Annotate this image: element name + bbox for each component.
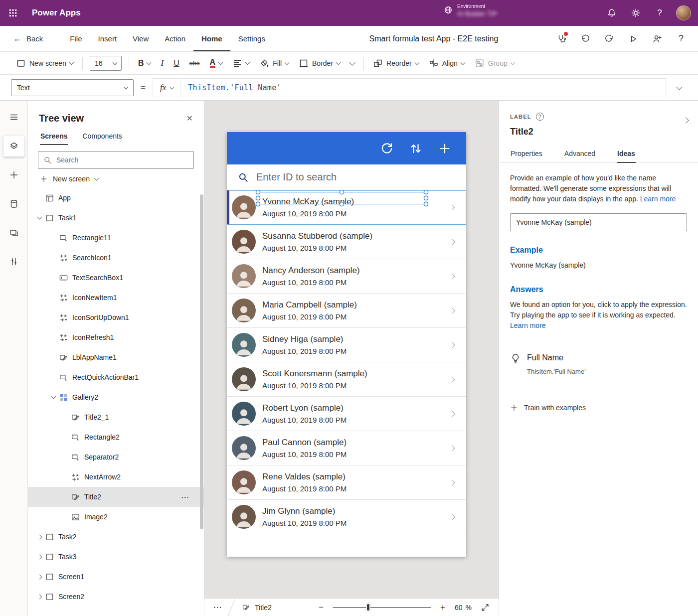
tree-item-screen1[interactable]: Screen1 (28, 567, 204, 587)
align-button[interactable]: Align (424, 54, 470, 72)
italic-button[interactable]: I (156, 54, 169, 72)
redo-button[interactable] (598, 28, 620, 50)
preview-app-button[interactable] (622, 28, 644, 50)
advanced-tools-rail-button[interactable] (3, 251, 24, 272)
collapse-rail-button[interactable] (3, 107, 24, 128)
tree-scrollbar[interactable] (200, 194, 203, 529)
undo-button[interactable] (574, 28, 596, 50)
tab-screens[interactable]: Screens (40, 128, 68, 145)
chevron-right-icon[interactable] (449, 273, 455, 280)
expand-chevron[interactable] (48, 392, 59, 403)
menu-item-insert[interactable]: Insert (90, 26, 125, 51)
tree-item-task1[interactable]: Task1 (28, 208, 204, 228)
selected-control-indicator[interactable]: Title2 (242, 603, 272, 612)
gallery-item[interactable]: Paul Cannon (sample)August 10, 2019 8:00… (227, 431, 466, 465)
tree-item-rectangle2[interactable]: Rectangle2 (28, 427, 204, 447)
chevron-right-icon[interactable] (449, 204, 455, 211)
chevron-right-icon[interactable] (449, 479, 455, 486)
bold-button[interactable]: B (133, 54, 156, 72)
more-button[interactable]: ⋯ (204, 602, 231, 613)
help-button[interactable]: ? (649, 2, 670, 23)
refresh-icon[interactable] (380, 142, 393, 155)
chevron-right-icon[interactable] (449, 445, 455, 452)
chevron-right-icon[interactable] (449, 342, 455, 348)
tree-item-screen2[interactable]: Screen2 (28, 587, 204, 607)
strikethrough-button[interactable]: abc (184, 54, 205, 72)
tree-new-screen-button[interactable]: New screen (28, 169, 204, 187)
learn-more-link[interactable]: Learn more (510, 321, 546, 329)
tree-item-gallery2[interactable]: Gallery2 (28, 387, 204, 407)
tree-item-iconsortupdown1[interactable]: IconSortUpDown1 (28, 308, 204, 327)
chevron-right-icon[interactable] (449, 239, 455, 245)
gallery-item[interactable]: Rene Valdes (sample)August 10, 2019 8:00… (227, 465, 466, 500)
zoom-in-button[interactable]: + (437, 603, 449, 613)
tree-item-rectangle11[interactable]: Rectangle11 (28, 228, 204, 248)
expand-chevron[interactable] (34, 551, 45, 562)
canvas-search-box[interactable]: Enter ID to search (227, 164, 466, 190)
train-with-examples-button[interactable]: Train with examples (510, 403, 687, 413)
gallery-item[interactable]: Jim Glynn (sample)August 10, 2019 8:00 P… (227, 500, 466, 534)
new-item-icon[interactable] (438, 142, 451, 155)
fx-dropdown[interactable]: fx (153, 79, 181, 97)
tree-item-textsearchbox1[interactable]: TextSearchBox1 (28, 268, 204, 288)
learn-more-link[interactable]: Learn more (640, 195, 676, 203)
help-icon[interactable]: ? (536, 113, 544, 121)
collapse-panel-button[interactable] (684, 116, 688, 125)
group-button[interactable]: Group (470, 54, 520, 72)
formula-input[interactable]: fx ThisItem.'Full Name' (153, 78, 666, 97)
tree-item-task3[interactable]: Task3 (28, 547, 204, 567)
environment-picker[interactable]: Environment AI Builder TIP (444, 3, 497, 17)
gallery-item[interactable]: Yvonne McKay (sample)August 10, 2019 8:0… (227, 190, 466, 225)
property-selector[interactable]: Text (11, 79, 134, 96)
tree-view-rail-button[interactable] (3, 136, 24, 156)
tree-item-title2-1[interactable]: Title2_1 (28, 407, 204, 427)
expand-chevron[interactable] (34, 591, 45, 602)
font-size-select[interactable]: 16 (90, 56, 122, 71)
menu-item-settings[interactable]: Settings (230, 26, 273, 51)
selection-handle[interactable] (424, 190, 428, 194)
zoom-slider-thumb[interactable] (366, 603, 370, 612)
tab-properties[interactable]: Properties (510, 145, 543, 162)
selection-handle[interactable] (256, 196, 260, 200)
tree-item-rectquickactionbar1[interactable]: RectQuickActionBar1 (28, 367, 204, 387)
close-tree-view-button[interactable]: ✕ (186, 114, 193, 123)
tree-item-iconnewitem1[interactable]: IconNewItem1 (28, 288, 204, 308)
account-button[interactable] (673, 2, 694, 23)
menu-item-file[interactable]: File (62, 26, 90, 51)
formula-suggestion[interactable]: Full Name ThisItem.'Full Name' (510, 352, 687, 377)
phone-screen-preview[interactable]: Enter ID to search Yvonne McKay (sample)… (227, 132, 466, 557)
tree-item-iconrefresh1[interactable]: IconRefresh1 (28, 327, 204, 347)
gallery-item[interactable]: Nancy Anderson (sample)August 10, 2019 8… (227, 259, 466, 294)
share-app-button[interactable] (646, 28, 668, 50)
help-menu-button[interactable]: ? (670, 28, 692, 50)
gallery-item[interactable]: Sidney Higa (sample)August 10, 2019 8:00… (227, 328, 466, 362)
tree-item-nextarrow2[interactable]: NextArrow2 (28, 467, 204, 487)
gallery-item[interactable]: Scott Konersmann (sample)August 10, 2019… (227, 362, 466, 397)
expand-chevron[interactable] (34, 571, 45, 582)
gallery-item[interactable]: Susanna Stubberod (sample)August 10, 201… (227, 225, 466, 259)
insert-rail-button[interactable] (3, 164, 24, 185)
zoom-out-button[interactable]: − (315, 603, 327, 613)
gallery-item[interactable]: Maria Campbell (sample)August 10, 2019 8… (227, 294, 466, 328)
menu-item-action[interactable]: Action (157, 26, 193, 51)
selection-handle[interactable] (340, 190, 344, 194)
menu-item-view[interactable]: View (125, 26, 157, 51)
fullscreen-button[interactable] (478, 603, 493, 613)
tab-components[interactable]: Components (82, 128, 122, 145)
media-rail-button[interactable] (3, 222, 24, 243)
selection-handle[interactable] (424, 196, 428, 200)
gallery-item[interactable]: Robert Lyon (sample)August 10, 2019 8:00… (227, 397, 466, 431)
tree-item-image2[interactable]: Image2 (28, 507, 204, 527)
sort-icon[interactable] (409, 142, 422, 155)
text-align-button[interactable] (227, 54, 254, 72)
formula-text[interactable]: ThisItem.'Full Name' (181, 83, 281, 92)
chevron-right-icon[interactable] (449, 376, 455, 383)
item-context-menu-button[interactable]: ⋯ (181, 492, 190, 502)
new-screen-button[interactable]: New screen (11, 54, 78, 72)
underline-button[interactable]: U (169, 54, 184, 72)
chevron-right-icon[interactable] (449, 411, 455, 417)
notifications-button[interactable] (601, 2, 622, 23)
selection-handle[interactable] (424, 202, 428, 206)
expand-chevron[interactable] (34, 212, 45, 223)
tree-item-lblappname1[interactable]: LblAppName1 (28, 347, 204, 367)
